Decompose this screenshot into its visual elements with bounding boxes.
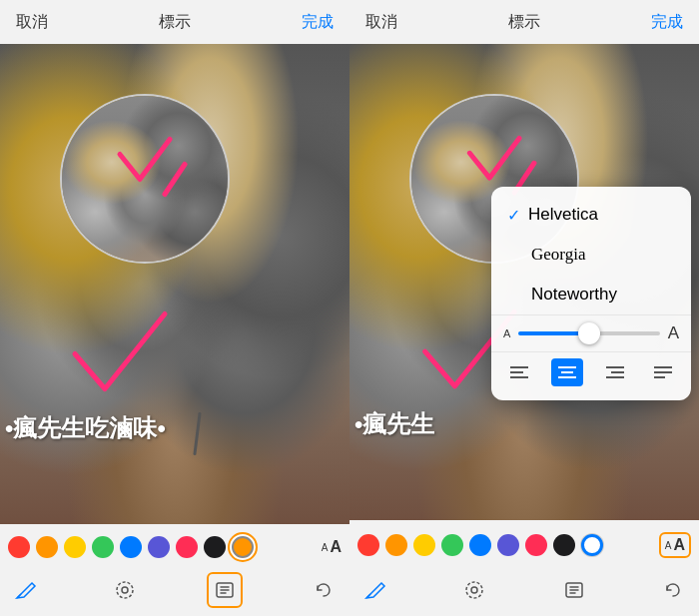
left-color-dots <box>8 536 254 558</box>
right-font-size-small-a: A <box>665 540 672 551</box>
left-textbox-tool[interactable] <box>207 572 243 608</box>
color-green[interactable] <box>92 536 114 558</box>
left-color-row: A A <box>8 532 342 562</box>
right-bottom-toolbar: A A <box>350 520 699 616</box>
right-color-blue[interactable] <box>469 534 491 556</box>
font-size-slider[interactable] <box>518 331 659 335</box>
slider-thumb <box>578 322 600 344</box>
left-tool-row <box>8 566 342 616</box>
right-font-size-large-a: A <box>673 536 685 554</box>
left-text-overlay: •瘋先生吃滷味• <box>5 412 166 444</box>
left-image-area: •瘋先生吃滷味• <box>0 44 350 524</box>
right-image-area: •瘋先生 ✓ Helvetica Georgia Noteworthy A A <box>350 44 699 520</box>
right-top-bar: 取消 標示 完成 <box>350 0 699 44</box>
left-bottom-toolbar: A A <box>0 524 350 616</box>
align-justify-button[interactable] <box>647 358 679 386</box>
color-black[interactable] <box>204 536 226 558</box>
right-panel: 取消 標示 完成 •瘋先生 ✓ Helvetica Georgia <box>350 0 699 616</box>
right-color-row: A A <box>357 528 691 562</box>
font-helvetica-label: Helvetica <box>528 205 598 225</box>
font-size-small-a: A <box>322 542 329 553</box>
font-noteworthy-label: Noteworthy <box>531 285 617 305</box>
right-pencil-tool[interactable] <box>357 572 393 608</box>
right-color-black[interactable] <box>553 534 575 556</box>
right-tool-row <box>357 566 691 616</box>
left-done-button[interactable]: 完成 <box>302 12 334 33</box>
right-color-yellow[interactable] <box>413 534 435 556</box>
left-lasso-tool[interactable] <box>107 572 143 608</box>
right-color-pink[interactable] <box>525 534 547 556</box>
left-cancel-button[interactable]: 取消 <box>16 12 48 33</box>
svg-point-1 <box>122 587 128 593</box>
right-color-green[interactable] <box>441 534 463 556</box>
font-helvetica[interactable]: ✓ Helvetica <box>491 195 691 235</box>
right-font-size-button[interactable]: A A <box>659 532 691 558</box>
color-pink[interactable] <box>176 536 198 558</box>
font-size-large-a: A <box>330 538 342 556</box>
alignment-row <box>491 351 691 392</box>
right-undo-tool[interactable] <box>655 572 691 608</box>
svg-point-15 <box>466 582 482 598</box>
font-popup: ✓ Helvetica Georgia Noteworthy A A <box>491 187 691 400</box>
right-done-button[interactable]: 完成 <box>651 12 683 33</box>
right-color-purple[interactable] <box>497 534 519 556</box>
font-size-slider-row: A A <box>491 314 691 351</box>
left-font-size-button[interactable]: A A <box>322 538 342 556</box>
right-text-overlay: •瘋先生 <box>354 408 434 440</box>
right-color-white-selected[interactable] <box>581 534 603 556</box>
right-textbox-tool[interactable] <box>556 572 592 608</box>
slider-small-label: A <box>503 327 510 339</box>
align-left-button[interactable] <box>503 358 535 386</box>
align-right-button[interactable] <box>599 358 631 386</box>
right-color-dots <box>357 534 603 556</box>
left-title: 標示 <box>159 12 191 33</box>
check-icon: ✓ <box>507 206 520 225</box>
align-center-button[interactable] <box>551 358 583 386</box>
right-color-orange[interactable] <box>385 534 407 556</box>
color-red[interactable] <box>8 536 30 558</box>
left-panel: 取消 標示 完成 •瘋先生吃滷味• <box>0 0 350 616</box>
color-orange[interactable] <box>36 536 58 558</box>
left-top-bar: 取消 標示 完成 <box>0 0 350 44</box>
slider-large-label: A <box>668 323 679 343</box>
left-undo-tool[interactable] <box>306 572 342 608</box>
color-orange-selected[interactable] <box>232 536 254 558</box>
color-purple[interactable] <box>148 536 170 558</box>
right-title: 標示 <box>508 12 540 33</box>
color-blue[interactable] <box>120 536 142 558</box>
right-cancel-button[interactable]: 取消 <box>365 12 397 33</box>
left-pencil-tool[interactable] <box>8 572 44 608</box>
svg-point-16 <box>471 587 477 593</box>
svg-point-0 <box>117 582 133 598</box>
right-lasso-tool[interactable] <box>456 572 492 608</box>
font-georgia[interactable]: Georgia <box>491 235 691 275</box>
font-georgia-label: Georgia <box>531 245 585 265</box>
font-noteworthy[interactable]: Noteworthy <box>491 275 691 314</box>
left-annotation-svg <box>0 44 350 524</box>
right-color-red[interactable] <box>357 534 379 556</box>
color-yellow[interactable] <box>64 536 86 558</box>
